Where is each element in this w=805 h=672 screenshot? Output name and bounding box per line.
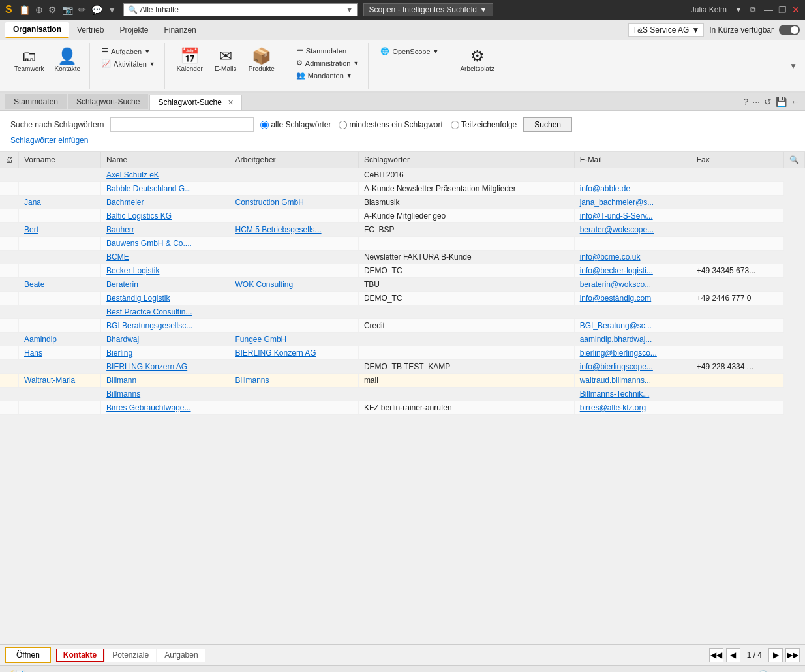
ribbon-btn-kontakte[interactable]: 👤 Kontakte (51, 46, 84, 75)
name-link[interactable]: Bauherr (106, 225, 134, 234)
email-link[interactable]: beraterin@woksco... (580, 280, 652, 289)
table-row[interactable]: AamindipBhardwajFungee GmbHaamindip.bhar… (0, 333, 805, 346)
table-row[interactable]: Babble Deutschland G...A-Kunde Newslette… (0, 182, 805, 196)
company-select[interactable]: T&S Service AG ▼ (628, 23, 705, 37)
ribbon-btn-administration[interactable]: ⚙ Administration ▼ (292, 57, 363, 69)
tb-icon-3[interactable]: ⚙ (48, 5, 57, 15)
name-link[interactable]: Billmanns (106, 389, 140, 399)
tab-close-icon[interactable]: ✕ (228, 99, 234, 106)
vorname-link[interactable]: Aamindip (24, 335, 57, 344)
ribbon-btn-stammdaten[interactable]: 🗃 Stammdaten (292, 46, 363, 56)
ribbon-expander[interactable]: ▼ (787, 43, 800, 89)
name-link[interactable]: Axel Schulz eK (106, 170, 159, 179)
email-link[interactable]: aamindip.bhardwaj... (580, 335, 652, 344)
tb-icon-2[interactable]: ⊕ (35, 5, 43, 15)
radio-all-input[interactable] (260, 121, 269, 129)
name-link[interactable]: Beständig Logistik (106, 294, 170, 303)
table-row[interactable]: BIERLING Konzern AGDEMO_TB TEST_KAMPinfo… (0, 360, 805, 374)
close-button[interactable]: ✕ (792, 5, 800, 15)
name-link[interactable]: Bachmeier (106, 198, 144, 207)
table-row[interactable]: Becker LogistikDEMO_TCinfo@becker-logist… (0, 264, 805, 278)
table-row[interactable]: Baltic Logistics KGA-Kunde Mitglieder ge… (0, 209, 805, 223)
name-link[interactable]: BIERLING Konzern AG (106, 362, 187, 371)
bottom-tab-potenziale[interactable]: Potenziale (105, 649, 156, 662)
tb-icon-5[interactable]: ✏ (78, 5, 86, 15)
name-link[interactable]: BGI Beratungsgesellsc... (106, 321, 192, 330)
name-link[interactable]: Bierling (106, 348, 132, 358)
menu-organisation[interactable]: Organisation (5, 22, 69, 38)
name-link[interactable]: Billmann (106, 376, 136, 385)
table-row[interactable]: Beständig LogistikDEMO_TCinfo@beständig.… (0, 292, 805, 305)
name-link[interactable]: Birres Gebrauchtwage... (106, 403, 190, 412)
ribbon-btn-produkte[interactable]: 📦 Produkte (245, 46, 279, 75)
name-link[interactable]: Bauwens GmbH & Co.... (106, 239, 192, 248)
table-row[interactable]: Bauwens GmbH & Co.... (0, 237, 805, 251)
restore-button[interactable]: ❐ (778, 5, 787, 15)
tb-icon-6[interactable]: 💬 (91, 5, 102, 15)
email-link[interactable]: birres@alte-kfz.org (580, 403, 646, 412)
ribbon-btn-emails[interactable]: ✉ E-Mails (209, 46, 242, 75)
tab-schlagwort-2[interactable]: Schlagwort-Suche ✕ (149, 95, 242, 110)
ribbon-btn-aufgaben[interactable]: ☰ Aufgaben ▼ (98, 46, 159, 57)
table-row[interactable]: BGI Beratungsgesellsc...CreditBGI_Beratu… (0, 319, 805, 333)
ribbon-btn-aktivitaeten[interactable]: 📈 Aktivitäten ▼ (98, 58, 159, 69)
ribbon-btn-openscope[interactable]: 🌐 OpenScope ▼ (376, 46, 442, 57)
name-link[interactable]: Babble Deutschland G... (106, 184, 191, 193)
table-row[interactable]: JanaBachmeierConstruction GmbHBlasmusikj… (0, 196, 805, 209)
table-row[interactable]: BertBauherrHCM 5 Betriebsgesells...FC_BS… (0, 223, 805, 237)
radio-partial-input[interactable] (451, 121, 459, 129)
page-prev-button[interactable]: ◀ (726, 648, 740, 662)
email-link[interactable]: bierling@bierlingsco... (580, 348, 657, 358)
vorname-link[interactable]: Jana (24, 198, 41, 207)
global-search-bar[interactable]: 🔍 Alle Inhalte ▼ (123, 3, 358, 16)
ribbon-btn-teamwork[interactable]: 🗂 Teamwork (10, 46, 48, 75)
arbeitgeber-link[interactable]: BIERLING Konzern AG (235, 348, 316, 358)
open-button[interactable]: Öffnen (5, 647, 51, 663)
tab-save-icon[interactable]: 💾 (776, 97, 787, 107)
table-row[interactable]: BeateBeraterinWOK ConsultingTBUberaterin… (0, 278, 805, 292)
table-row[interactable]: Birres Gebrauchtwage...KFZ berlin-rainer… (0, 401, 805, 415)
arbeitgeber-link[interactable]: Billmanns (235, 376, 269, 385)
tb-icon-4[interactable]: 📷 (62, 5, 73, 15)
email-link[interactable]: info@abble.de (580, 184, 631, 193)
name-link[interactable]: Becker Logistik (106, 266, 159, 275)
name-link[interactable]: Beraterin (106, 280, 138, 289)
arbeitgeber-link[interactable]: HCM 5 Betriebsgesells... (235, 225, 322, 234)
page-next-button[interactable]: ▶ (768, 648, 783, 662)
name-link[interactable]: BCME (106, 252, 129, 262)
page-first-button[interactable]: ◀◀ (709, 648, 723, 662)
col-header-email[interactable]: E-Mail (574, 152, 691, 168)
name-link[interactable]: Best Practce Consultin... (106, 307, 192, 316)
tab-refresh-icon[interactable]: ↺ (764, 97, 772, 107)
vorname-link[interactable]: Beate (24, 280, 44, 289)
tab-stammdaten[interactable]: Stammdaten (5, 94, 67, 109)
arbeitgeber-link[interactable]: Construction GmbH (235, 198, 304, 207)
bottom-tab-kontakte[interactable]: Kontakte (56, 649, 104, 662)
menu-projekte[interactable]: Projekte (112, 23, 156, 37)
ribbon-btn-mandanten[interactable]: 👥 Mandanten ▼ (292, 70, 363, 81)
vorname-link[interactable]: Bert (24, 225, 38, 234)
email-link[interactable]: info@becker-logisti... (580, 266, 653, 275)
ribbon-btn-arbeitsplatz[interactable]: ⚙ Arbeitsplatz (456, 46, 498, 75)
table-row[interactable]: BCMENewsletter FAKTURA B-Kundeinfo@bcme.… (0, 251, 805, 264)
menu-finanzen[interactable]: Finanzen (156, 23, 204, 37)
name-link[interactable]: Bhardwaj (106, 335, 139, 344)
radio-min[interactable]: mindestens ein Schlagwort (339, 120, 442, 129)
tab-back-icon[interactable]: ← (791, 97, 800, 107)
table-row[interactable]: BillmannsBillmanns-Technik... (0, 388, 805, 401)
email-link[interactable]: BGI_Beratung@sc... (580, 321, 652, 330)
radio-all[interactable]: alle Schlagwörter (260, 120, 331, 129)
col-header-schlagwoerter[interactable]: Schlagwörter (358, 152, 574, 168)
email-link[interactable]: Billmanns-Technik... (580, 389, 650, 399)
table-row[interactable]: Waltraut-MariaBillmannBillmannsmailwaltr… (0, 374, 805, 388)
email-link[interactable]: info@bierlingscope... (580, 362, 653, 371)
search-button[interactable]: Suchen (523, 117, 572, 132)
email-link[interactable]: info@T-und-S-Serv... (580, 211, 653, 221)
col-header-name[interactable]: Name (101, 152, 230, 168)
insert-keywords-link[interactable]: Schlagwörter einfügen (10, 136, 88, 145)
email-link[interactable]: info@beständig.com (580, 294, 652, 303)
radio-partial[interactable]: Teilzeichenfolge (451, 120, 517, 129)
email-link[interactable]: info@bcme.co.uk (580, 252, 641, 262)
tab-schlagwort-1[interactable]: Schlagwort-Suche (68, 94, 148, 109)
user-caret[interactable]: ▼ (735, 5, 742, 14)
